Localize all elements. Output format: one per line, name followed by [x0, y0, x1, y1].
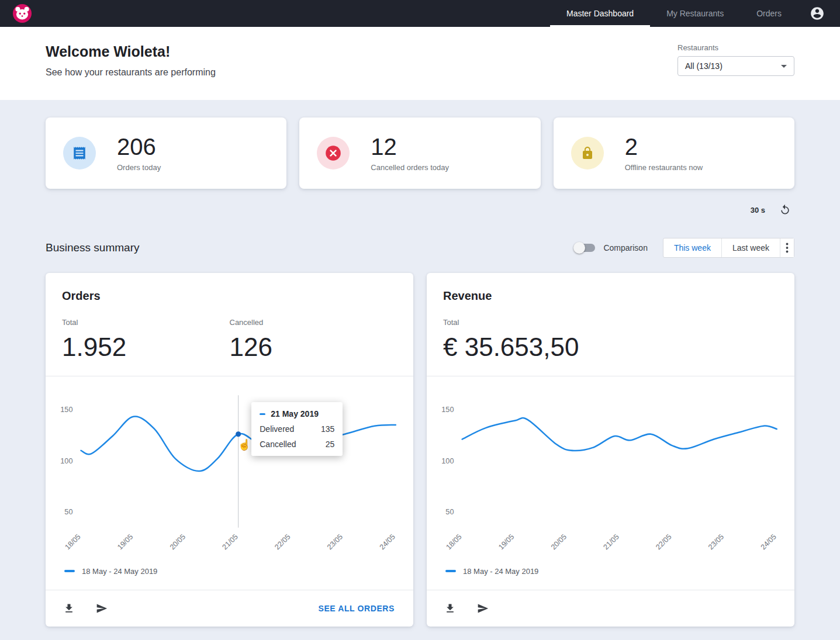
dashboard-main: 206 Orders today 12 Cancelled orders tod… [0, 100, 840, 640]
tooltip-row-label: Cancelled [260, 440, 296, 449]
revenue-line-chart[interactable]: 5010015018/0519/0520/0521/0522/0523/0524… [433, 387, 787, 566]
page-title: Welcome Wioleta! [46, 43, 216, 60]
stat-label: Offline restaurants now [625, 163, 703, 172]
orders-total-label: Total [62, 318, 230, 327]
y-tick-label: 100 [60, 457, 72, 465]
tooltip-row-label: Delivered [260, 424, 294, 434]
kebab-icon [786, 243, 789, 253]
page-subtitle: See how your restaurants are performing [46, 67, 216, 78]
y-tick-label: 100 [441, 457, 454, 465]
x-tick-label: 21/05 [602, 532, 621, 551]
refresh-interval-label: 30 s [751, 206, 765, 215]
download-button[interactable] [61, 600, 77, 617]
legend-label: 18 May - 24 May 2019 [82, 567, 157, 576]
stat-card-orders-today: 206 Orders today [46, 117, 286, 189]
stat-label: Orders today [117, 163, 161, 172]
orders-line-chart[interactable]: 5010015018/0519/0520/0521/0522/0523/0524… [51, 387, 406, 566]
comparison-label: Comparison [603, 243, 647, 252]
nav-item-my-restaurants[interactable]: My Restaurants [650, 0, 740, 27]
download-button[interactable] [442, 600, 458, 617]
x-tick-label: 21/05 [221, 532, 240, 551]
orders-total-value: 1.952 [62, 333, 230, 362]
orders-chart-area: 5010015018/0519/0520/0521/0522/0523/0524… [46, 376, 413, 566]
y-tick-label: 50 [445, 508, 454, 516]
send-button[interactable] [475, 600, 491, 617]
cursor-icon: ☝ [238, 438, 251, 451]
revenue-card-footer [427, 590, 794, 627]
toggle-knob [573, 242, 585, 254]
revenue-card-title: Revenue [443, 289, 778, 303]
nav-item-label: Orders [756, 9, 782, 18]
comparison-toggle[interactable]: Comparison [575, 243, 647, 252]
refresh-button[interactable] [777, 202, 793, 218]
x-tick-label: 22/05 [273, 532, 292, 551]
revenue-legend: 18 May - 24 May 2019 [427, 566, 794, 590]
x-tick-label: 19/05 [116, 532, 134, 551]
restaurants-select[interactable]: All (13/13) [677, 56, 794, 76]
send-icon [96, 603, 108, 614]
foodpanda-logo[interactable] [13, 4, 32, 23]
stat-value: 2 [625, 134, 703, 159]
y-tick-label: 150 [60, 406, 72, 414]
refresh-icon [779, 204, 791, 216]
x-tick-label: 18/05 [63, 532, 82, 551]
x-tick-label: 24/05 [378, 532, 397, 551]
y-tick-label: 150 [441, 406, 454, 414]
cancel-icon [317, 137, 350, 169]
x-tick-label: 20/05 [168, 532, 187, 551]
stat-card-offline-restaurants: 2 Offline restaurants now [554, 117, 794, 189]
summary-row: Business summary Comparison This week La… [46, 238, 794, 258]
chevron-down-icon [781, 65, 787, 68]
x-tick-label: 20/05 [549, 532, 568, 551]
nav-item-orders[interactable]: Orders [740, 0, 798, 27]
x-tick-label: 23/05 [707, 532, 725, 551]
orders-cancelled-value: 126 [230, 333, 397, 362]
tooltip-row-value: 25 [326, 440, 335, 449]
welcome-header: Welcome Wioleta! See how your restaurant… [0, 27, 840, 100]
orders-card-footer: SEE ALL ORDERS [46, 590, 413, 627]
stat-label: Cancelled orders today [371, 163, 449, 172]
toggle-track [575, 244, 595, 252]
refresh-row: 30 s [46, 189, 794, 218]
legend-label: 18 May - 24 May 2019 [463, 567, 538, 576]
send-icon [477, 603, 489, 614]
restaurants-select-value: All (13/13) [685, 61, 723, 71]
stats-row: 206 Orders today 12 Cancelled orders tod… [46, 117, 794, 189]
main-nav: Master Dashboard My Restaurants Orders [550, 0, 798, 27]
lock-icon [571, 137, 604, 169]
line-series [462, 418, 777, 451]
chart-tooltip: 21 May 2019 Delivered 135 Cancelled 25 [251, 402, 343, 456]
send-button[interactable] [94, 600, 110, 617]
nav-item-master-dashboard[interactable]: Master Dashboard [550, 0, 650, 27]
download-icon [444, 603, 456, 614]
stat-value: 206 [117, 134, 161, 159]
x-tick-label: 22/05 [654, 532, 673, 551]
download-icon [63, 603, 75, 614]
topbar: Master Dashboard My Restaurants Orders [0, 0, 840, 27]
tooltip-series-dash [260, 413, 265, 415]
tab-last-week[interactable]: Last week [721, 238, 780, 257]
revenue-total-value: € 35.653,50 [443, 333, 611, 362]
x-tick-label: 23/05 [326, 532, 344, 551]
more-options-button[interactable] [780, 238, 794, 257]
section-title: Business summary [46, 241, 140, 254]
x-tick-label: 24/05 [759, 532, 778, 551]
revenue-card: Revenue Total € 35.653,50 5010015018/051… [427, 273, 794, 627]
nav-item-label: My Restaurants [666, 9, 724, 18]
legend-dash [445, 570, 456, 572]
tab-this-week[interactable]: This week [663, 238, 721, 257]
tooltip-row: Delivered 135 [260, 424, 334, 434]
account-icon [810, 6, 825, 21]
tooltip-row-value: 135 [321, 424, 334, 434]
account-menu-button[interactable] [806, 2, 828, 25]
orders-card: Orders Total 1.952 Cancelled 126 5010015… [46, 273, 413, 627]
tooltip-title: 21 May 2019 [271, 409, 319, 418]
restaurants-label: Restaurants [677, 43, 794, 52]
nav-item-label: Master Dashboard [566, 9, 634, 18]
orders-cancelled-label: Cancelled [230, 318, 397, 327]
revenue-total-label: Total [443, 318, 611, 327]
charts-row: Orders Total 1.952 Cancelled 126 5010015… [46, 273, 794, 627]
see-all-orders-link[interactable]: SEE ALL ORDERS [314, 603, 398, 614]
receipt-icon [63, 137, 96, 169]
x-tick-label: 18/05 [444, 532, 463, 551]
